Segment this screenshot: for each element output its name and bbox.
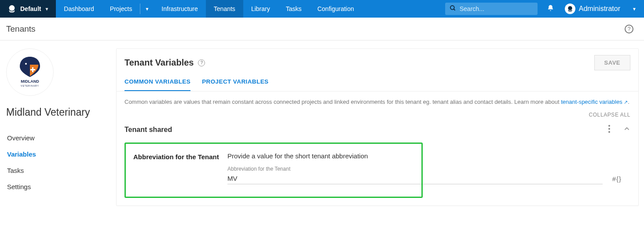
sidebar-item-tasks[interactable]: Tasks <box>6 162 105 179</box>
user-name: Administrator <box>579 5 620 13</box>
projects-dropdown[interactable]: ▼ <box>140 0 154 18</box>
tenant-variables-doc-link[interactable]: tenant-specific variables ↗ <box>561 99 628 105</box>
svg-rect-5 <box>30 69 35 70</box>
save-button[interactable]: SAVE <box>594 55 630 70</box>
user-menu[interactable]: Administrator <box>560 0 625 18</box>
svg-text:VETERINARY: VETERINARY <box>21 84 39 87</box>
field-label: Abbreviation for the Tenant <box>227 166 603 172</box>
primary-nav: Dashboard Projects ▼ Infrastructure Tena… <box>56 0 441 18</box>
midland-logo-icon: MIDLAND VETERINARY <box>15 55 45 89</box>
section-collapse-toggle[interactable] <box>623 125 630 134</box>
user-dropdown[interactable]: ▼ <box>625 0 644 18</box>
bell-icon <box>547 4 554 14</box>
svg-point-0 <box>9 5 15 11</box>
abbreviation-input[interactable] <box>227 173 603 184</box>
sidebar-item-settings[interactable]: Settings <box>6 179 105 195</box>
svg-line-2 <box>454 9 455 10</box>
global-search[interactable] <box>445 3 538 15</box>
variable-tabs: COMMON VARIABLES PROJECT VARIABLES <box>117 70 638 91</box>
search-input[interactable] <box>460 5 537 12</box>
top-nav: Default ▼ Dashboard Projects ▼ Infrastru… <box>0 0 644 18</box>
section-tenant-shared: Tenant shared Abbreviation for the Tenan… <box>117 122 638 205</box>
svg-point-6 <box>25 63 27 65</box>
space-switcher[interactable]: Default ▼ <box>0 0 56 18</box>
octopus-logo-icon <box>7 4 17 14</box>
chevron-down-icon: ▼ <box>44 7 49 11</box>
tenant-name-heading: Midland Veterinary <box>6 106 105 118</box>
insert-variable-button[interactable]: #{} <box>612 175 622 184</box>
tab-project-variables[interactable]: PROJECT VARIABLES <box>202 78 268 91</box>
svg-point-11 <box>608 131 610 133</box>
section-title: Tenant shared <box>124 126 172 134</box>
svg-point-10 <box>608 128 610 130</box>
search-icon <box>450 5 456 13</box>
nav-infrastructure[interactable]: Infrastructure <box>154 0 205 18</box>
variable-help-text: Provide a value for the short tenant abb… <box>227 152 622 160</box>
tab-common-variables[interactable]: COMMON VARIABLES <box>124 78 190 91</box>
tenant-sidebar: MIDLAND VETERINARY Midland Veterinary Ov… <box>0 40 111 195</box>
svg-text:MIDLAND: MIDLAND <box>21 79 39 84</box>
tab-description: Common variables are values that remain … <box>117 91 638 110</box>
help-icon[interactable]: ? <box>198 59 205 66</box>
svg-point-3 <box>568 6 572 10</box>
page-title: Tenants <box>6 24 36 34</box>
desc-suffix: . <box>628 99 629 105</box>
page-subheader: Tenants ? <box>0 18 644 40</box>
chevron-up-icon <box>623 125 630 132</box>
chevron-down-icon: ▼ <box>145 7 149 11</box>
svg-point-9 <box>608 125 610 127</box>
variable-name: Abbreviation for the Tenant <box>133 152 227 184</box>
nav-projects[interactable]: Projects <box>102 0 140 18</box>
space-name: Default <box>20 5 41 12</box>
avatar-icon <box>565 4 575 14</box>
nav-configuration[interactable]: Configuration <box>309 0 362 18</box>
sidebar-item-overview[interactable]: Overview <box>6 130 105 146</box>
desc-text: Common variables are values that remain … <box>124 99 561 105</box>
help-icon[interactable]: ? <box>625 25 633 33</box>
external-link-icon: ↗ <box>624 99 628 105</box>
main-content: Tenant Variables ? SAVE COMMON VARIABLES… <box>111 40 644 218</box>
chevron-down-icon: ▼ <box>632 7 637 11</box>
tenant-logo: MIDLAND VETERINARY <box>6 48 54 96</box>
nav-tenants[interactable]: Tenants <box>206 0 243 18</box>
nav-library[interactable]: Library <box>243 0 278 18</box>
tenant-variables-card: Tenant Variables ? SAVE COMMON VARIABLES… <box>116 48 639 206</box>
kebab-icon <box>608 125 610 133</box>
card-title: Tenant Variables <box>124 58 194 68</box>
svg-point-1 <box>450 5 454 9</box>
nav-dashboard[interactable]: Dashboard <box>56 0 102 18</box>
notifications-button[interactable] <box>541 0 560 18</box>
sidebar-item-variables[interactable]: Variables <box>6 146 105 162</box>
collapse-all-link[interactable]: COLLAPSE ALL <box>589 112 630 118</box>
section-more-menu[interactable] <box>608 125 610 135</box>
nav-tasks[interactable]: Tasks <box>278 0 310 18</box>
variable-row-abbreviation: Abbreviation for the Tenant Provide a va… <box>124 143 630 196</box>
